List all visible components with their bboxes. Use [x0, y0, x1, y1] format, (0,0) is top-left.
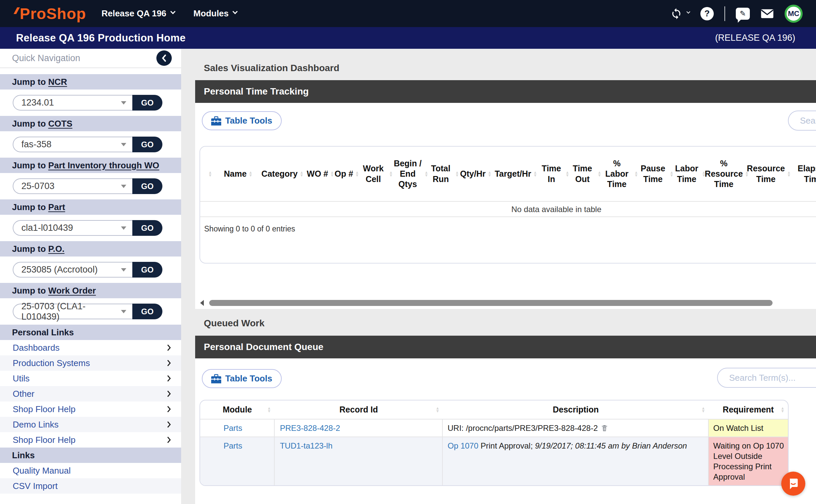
- trash-icon[interactable]: [600, 424, 608, 432]
- selected-value: 25-0703 (CLA1-L010439): [21, 301, 121, 322]
- document-queue-header[interactable]: Personal Document Queue: [195, 336, 816, 358]
- sidebar-link[interactable]: Shop Floor Help: [0, 401, 181, 417]
- sidebar-link[interactable]: Shop Floor Help: [0, 432, 181, 448]
- sidebar-link[interactable]: Production Systems: [0, 355, 181, 371]
- feedback-button[interactable]: ✎: [736, 8, 750, 20]
- tt-column-header[interactable]: Work Cell▲▼: [360, 163, 393, 184]
- description-cell: Op 1070 Print Approval; 9/19/2017; 08:11…: [443, 437, 708, 485]
- jump-select[interactable]: 253085 (Accrotool): [13, 262, 132, 278]
- go-button[interactable]: GO: [132, 262, 162, 278]
- jump-section-header: Jump to P.O.: [0, 241, 181, 257]
- go-button[interactable]: GO: [132, 304, 162, 319]
- sort-icon: ▲▼: [455, 171, 459, 177]
- tt-column-header[interactable]: Elapsed Time▲▼: [790, 163, 816, 184]
- tt-column-header[interactable]: % Resource Time▲▼: [706, 158, 748, 190]
- module-link[interactable]: Parts: [224, 441, 242, 450]
- dq-column-header[interactable]: Description▲▼: [443, 405, 708, 414]
- description-op-link[interactable]: Op 1070: [447, 441, 478, 450]
- tt-column-header[interactable]: WO #▲▼: [307, 169, 334, 179]
- main-content: Sales Visualization Dashboard Personal T…: [195, 49, 816, 504]
- search-input[interactable]: [729, 373, 816, 383]
- queued-work-section[interactable]: Queued Work: [195, 315, 816, 332]
- jump-target-link[interactable]: COTS: [48, 119, 72, 129]
- tt-column-header[interactable]: Target/Hr▲▼: [493, 169, 539, 179]
- jump-target-link[interactable]: Part: [48, 202, 65, 212]
- search-input[interactable]: [800, 116, 816, 126]
- go-button[interactable]: GO: [132, 137, 162, 152]
- sidebar-link-label: Quality Manual: [13, 466, 71, 476]
- tt-column-header[interactable]: Resource Time▲▼: [748, 163, 790, 184]
- chevron-right-icon: [167, 436, 171, 444]
- go-button[interactable]: GO: [132, 95, 162, 111]
- sort-icon: ▲▼: [208, 171, 212, 177]
- tt-column-header[interactable]: Qty/Hr▲▼: [459, 169, 493, 179]
- record-id-link[interactable]: PRE3-828-428-2: [280, 424, 340, 433]
- release-menu-label: Release QA 196: [102, 8, 166, 19]
- sidebar-link[interactable]: Quality Manual: [0, 463, 181, 478]
- scroll-left-arrow[interactable]: [197, 300, 204, 306]
- sidebar-link[interactable]: Dashboards: [0, 340, 181, 355]
- sidebar-link[interactable]: Utils: [0, 371, 181, 386]
- caret-down-icon: [121, 101, 126, 105]
- description-cell: URI: /procnc/parts/PRE3/PRE3-828-428-2: [443, 419, 708, 437]
- time-tracking-search: [788, 111, 816, 131]
- help-button[interactable]: ?: [700, 7, 714, 20]
- module-link[interactable]: Parts: [224, 424, 242, 433]
- proshop-logo[interactable]: ProShop: [15, 6, 86, 21]
- jump-target-link[interactable]: P.O.: [48, 244, 64, 254]
- tt-column-header[interactable]: Begin / End Qtys▲▼: [393, 158, 428, 190]
- scrollbar-thumb[interactable]: [209, 300, 773, 306]
- go-button[interactable]: GO: [132, 178, 162, 194]
- modules-menu[interactable]: Modules: [193, 8, 237, 19]
- sidebar-link[interactable]: CSV Import: [0, 478, 181, 494]
- jump-target-link[interactable]: Work Order: [48, 286, 96, 296]
- jump-controls: 25-0703 GO: [0, 173, 181, 199]
- jump-select[interactable]: 25-0703 (CLA1-L010439): [13, 304, 132, 319]
- tt-column-header[interactable]: Category▲▼: [258, 169, 307, 179]
- tt-column-header[interactable]: Name▲▼: [218, 169, 258, 179]
- dq-column-header[interactable]: Module▲▼: [200, 405, 275, 414]
- sidebar-link[interactable]: Demo Links: [0, 417, 181, 432]
- tt-column-header[interactable]: Op #▲▼: [334, 169, 360, 179]
- record-id-link[interactable]: TUD1-ta123-lh: [280, 441, 332, 450]
- sort-icon: ▲▼: [300, 171, 304, 177]
- scrollbar-track[interactable]: [206, 300, 816, 306]
- user-avatar[interactable]: MC: [785, 5, 803, 23]
- dq-column-header[interactable]: Requirement▲▼: [709, 405, 788, 414]
- tt-column-header[interactable]: Total Run▲▼: [428, 163, 459, 184]
- table-tools-button[interactable]: Table Tools: [202, 111, 282, 130]
- column-label: Requirement: [723, 405, 774, 414]
- module-cell: Parts: [200, 437, 275, 485]
- table-tools-button[interactable]: Table Tools: [202, 369, 282, 388]
- sales-dashboard-section[interactable]: Sales Visualization Dashboard: [195, 60, 816, 76]
- dq-column-header[interactable]: Record Id▲▼: [275, 405, 443, 414]
- release-menu[interactable]: Release QA 196: [102, 8, 175, 19]
- tt-column-header[interactable]: Time In▲▼: [539, 163, 569, 184]
- jump-label: Jump to Part Inventory through WO: [12, 160, 159, 171]
- sidebar-collapse-button[interactable]: [156, 50, 172, 66]
- sidebar-link[interactable]: Other: [0, 386, 181, 401]
- sidebar-link-label: Dashboards: [13, 343, 59, 353]
- sidebar-link-label: Production Systems: [13, 358, 90, 368]
- sync-button[interactable]: [670, 8, 690, 20]
- requirement-cell: Waiting on Op 1070 Level Outside Process…: [709, 437, 788, 485]
- caret-down-icon: [121, 310, 126, 313]
- tt-column-header[interactable]: Time Out▲▼: [569, 163, 601, 184]
- chat-launcher-button[interactable]: [781, 472, 805, 496]
- jump-select[interactable]: 25-0703: [13, 178, 132, 194]
- jump-section-header: Jump to Work Order: [0, 283, 181, 298]
- tt-column-header[interactable]: ▲▼: [200, 171, 218, 177]
- tt-column-header[interactable]: % Labor Time▲▼: [601, 158, 638, 190]
- caret-down-icon: [121, 226, 126, 230]
- tt-column-header[interactable]: Pause Time▲▼: [638, 163, 674, 184]
- jump-select[interactable]: fas-358: [13, 137, 132, 152]
- time-tracking-header[interactable]: Personal Time Tracking: [195, 80, 816, 103]
- tt-column-header[interactable]: Labor Time▲▼: [674, 163, 706, 184]
- jump-select[interactable]: cla1-l010439: [13, 220, 132, 236]
- jump-select[interactable]: 1234.01: [13, 95, 132, 111]
- column-label: Description: [553, 405, 599, 414]
- messages-button[interactable]: [761, 9, 774, 19]
- jump-target-link[interactable]: Part Inventory through WO: [48, 160, 159, 170]
- go-button[interactable]: GO: [132, 220, 162, 236]
- jump-target-link[interactable]: NCR: [48, 77, 67, 87]
